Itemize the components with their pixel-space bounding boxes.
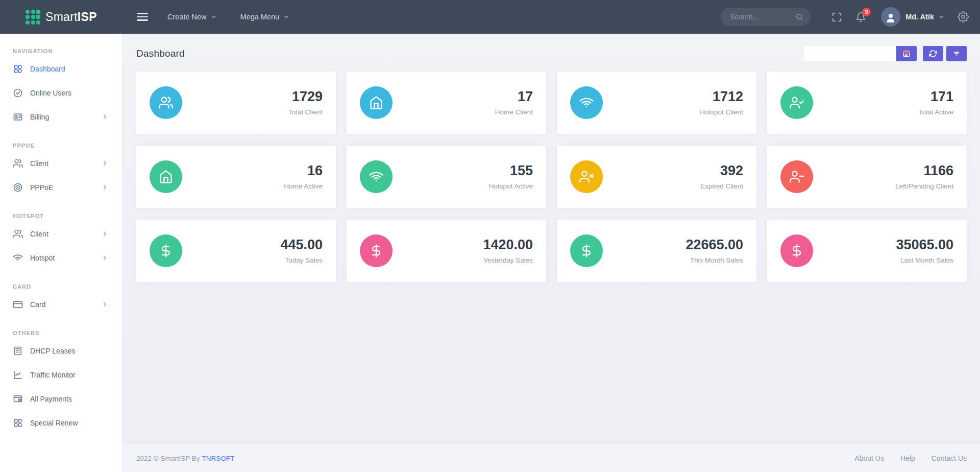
calendar-icon: [902, 50, 911, 58]
grid-icon: [13, 64, 23, 74]
home-icon: [150, 160, 182, 193]
refresh-button[interactable]: [923, 46, 943, 61]
navbar-search: [721, 8, 811, 26]
home-icon: [360, 86, 393, 119]
stat-value: 1166: [895, 163, 953, 178]
sidebar-section-title: PPPOE: [0, 143, 122, 149]
wifi-icon: [570, 86, 603, 119]
chevron-right-icon: [102, 113, 108, 120]
wifi-icon: [13, 253, 23, 263]
menu-toggle-button[interactable]: [137, 13, 148, 21]
stat-card-total-client: 1729 Total Client: [136, 72, 336, 134]
stat-card-expired-client: 392 Expired Client: [557, 146, 756, 208]
filter-icon: [952, 50, 961, 58]
brand-logo-icon: [26, 10, 40, 25]
users-icon: [13, 229, 23, 239]
stat-card-home-client: 17 Home Client: [347, 72, 546, 134]
sidebar-item-label: All Payments: [30, 395, 72, 403]
stat-card-yesterday-sales: 1420.00 Yesterday Sales: [347, 220, 546, 282]
footer-link-contact-us[interactable]: Contact Us: [932, 454, 967, 462]
credit-card-icon: [13, 299, 23, 310]
sidebar-item-navigation-online-users[interactable]: Online Users: [0, 81, 122, 105]
sidebar-item-label: Traffic Monitor: [30, 371, 76, 379]
stat-card-left-pending-client: 1166 Left/Pending Client: [767, 146, 967, 208]
stat-card-today-sales: 445.00 Today Sales: [136, 220, 336, 282]
chevron-right-icon: [102, 160, 108, 167]
menu-mega-menu[interactable]: Mega Menu: [240, 13, 290, 21]
users-icon: [150, 86, 182, 119]
date-range-input[interactable]: [804, 46, 896, 61]
top-navbar: SmartISP Create New Mega Menu 9 M: [0, 0, 980, 34]
sidebar-item-navigation-billing[interactable]: Billing: [0, 105, 122, 129]
sidebar-item-label: Card: [30, 300, 45, 309]
stat-label: Left/Pending Client: [895, 182, 953, 190]
stat-value: 1420.00: [483, 238, 533, 252]
stat-card-this-month-sales: 22665.00 This Month Sales: [557, 220, 756, 282]
footer-link-about-us[interactable]: About Us: [854, 454, 884, 462]
brand-name: SmartISP: [45, 10, 97, 24]
stat-value: 1729: [288, 89, 323, 104]
fullscreen-button[interactable]: [831, 12, 842, 22]
chevron-right-icon: [102, 254, 108, 261]
sidebar-item-hotspot-hotspot[interactable]: Hotspot: [0, 246, 122, 270]
dollar-icon: [570, 234, 603, 267]
sidebar-item-others-traffic-monitor[interactable]: Traffic Monitor: [0, 363, 122, 387]
refresh-icon: [929, 50, 937, 58]
sidebar-section-title: HOTSPOT: [0, 213, 122, 219]
chevron-down-icon: [211, 14, 217, 20]
footer-link-help[interactable]: Help: [900, 454, 915, 462]
sidebar-item-others-all-payments[interactable]: All Payments: [0, 387, 122, 411]
sidebar-item-label: Client: [30, 159, 48, 168]
stat-value: 1712: [700, 89, 743, 104]
sidebar-item-card-card[interactable]: Card: [0, 292, 122, 316]
stat-card-last-month-sales: 35065.00 Last Month Sales: [767, 220, 967, 282]
sidebar-item-hotspot-client[interactable]: Client: [0, 222, 122, 246]
sidebar-item-label: Client: [30, 230, 48, 238]
chevron-down-icon: [283, 14, 289, 20]
stat-label: Last Month Sales: [896, 256, 953, 264]
wifi-icon: [360, 160, 393, 193]
user-menu[interactable]: Md. Atik: [881, 7, 944, 27]
user-check-icon: [780, 86, 813, 119]
footer-links: About UsHelpContact Us: [838, 454, 967, 462]
sidebar-item-pppoe-client[interactable]: Client: [0, 151, 122, 175]
stat-label: Home Client: [495, 108, 533, 116]
search-icon[interactable]: [795, 13, 803, 21]
stat-label: Today Sales: [280, 256, 323, 264]
page-title: Dashboard: [136, 48, 185, 59]
stat-value: 445.00: [280, 238, 323, 252]
chevron-right-icon: [102, 184, 108, 191]
dashboard-controls: [804, 46, 967, 61]
calendar-button[interactable]: [896, 46, 917, 61]
notifications-button[interactable]: 9: [855, 12, 866, 22]
stat-card-home-active: 16 Home Active: [136, 146, 336, 208]
chevron-right-icon: [102, 230, 108, 237]
sidebar-item-others-special-renew[interactable]: Special Renew: [0, 411, 122, 435]
stat-card-hotspot-active: 155 Hotspot Active: [347, 146, 546, 208]
sidebar-item-others-dhcp-leases[interactable]: DHCP Leases: [0, 339, 122, 363]
stat-label: Hotspot Active: [489, 182, 533, 190]
chevron-right-icon: [102, 301, 108, 308]
dhcp-icon: [13, 346, 23, 356]
stat-value: 155: [489, 163, 533, 178]
filter-button[interactable]: [946, 46, 967, 61]
sidebar-section-title: CARD: [0, 284, 122, 290]
sidebar-section-title: NAVIGATION: [0, 48, 122, 54]
sidebar: NAVIGATION Dashboard Online Users Billin…: [0, 34, 122, 472]
grid-icon: [13, 418, 23, 428]
footer: 2022 © SmartISP ByTNRSOFT About UsHelpCo…: [122, 444, 980, 472]
sidebar-item-pppoe-pppoe[interactable]: PPPoE: [0, 175, 122, 199]
stat-card-hotspot-client: 1712 Hotspot Client: [557, 72, 756, 134]
avatar: [881, 7, 900, 27]
tnrsoft-link[interactable]: TNRSOFT: [202, 455, 235, 462]
settings-button[interactable]: [958, 11, 969, 22]
chart-icon: [13, 370, 23, 380]
menu-create-new[interactable]: Create New: [167, 13, 217, 21]
sidebar-item-navigation-dashboard[interactable]: Dashboard: [0, 57, 122, 81]
search-input[interactable]: [730, 13, 795, 21]
stats-grid: 1729 Total Client 17 Home Client 1712 Ho…: [136, 72, 967, 282]
user-minus-icon: [780, 160, 813, 193]
gear-icon: [958, 11, 969, 22]
sidebar-item-label: Online Users: [30, 89, 71, 97]
brand[interactable]: SmartISP: [0, 10, 122, 25]
